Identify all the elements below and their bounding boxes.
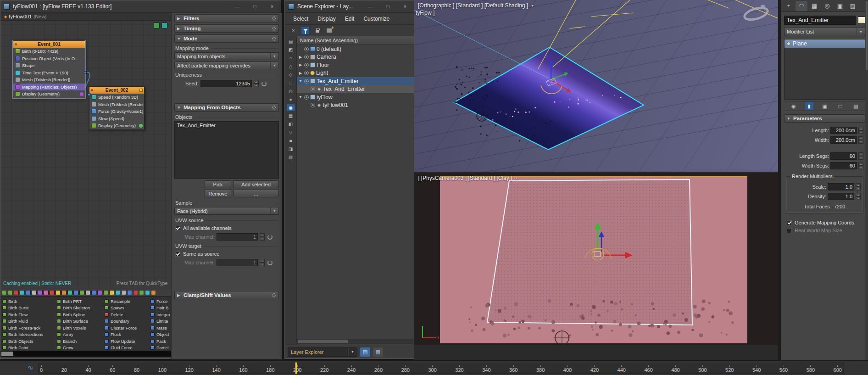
menu-item[interactable]: Customize: [359, 16, 394, 22]
rollout-mapping-from-objects[interactable]: ▼ Mapping From Objects: [174, 103, 279, 112]
spinner[interactable]: [858, 152, 863, 160]
frame-tick[interactable]: 160: [239, 365, 247, 373]
more-button[interactable]: ...: [233, 190, 279, 197]
object-color-swatch[interactable]: [858, 17, 865, 24]
operator-row[interactable]: Position Object (Verts (In O...: [13, 55, 85, 62]
frame-tick[interactable]: 300: [428, 365, 436, 373]
input-port[interactable]: [88, 93, 90, 96]
grid-view-button[interactable]: ▦: [373, 347, 383, 357]
viewport-label-text[interactable]: [Orthographic ] [Standard ] [Default Sha…: [418, 2, 528, 9]
depot-item[interactable]: Force: [150, 298, 171, 305]
frame-tick[interactable]: 40: [85, 365, 91, 373]
stack-bulb-icon[interactable]: [787, 42, 790, 45]
frame-tick[interactable]: 520: [725, 365, 734, 373]
depot-item[interactable]: Fluid Force: [105, 345, 150, 351]
tyflow-toolbar-icon[interactable]: [97, 290, 102, 295]
spinner[interactable]: [858, 162, 863, 169]
objects-listbox[interactable]: Tex_And_Emitter: [174, 121, 279, 179]
operator-row[interactable]: Mapping (Particles: Objects): [13, 84, 85, 91]
scene-row[interactable]: ▼ Tex_And_Emitter: [297, 77, 414, 85]
physcamera-viewport[interactable]: ] [PhysCamera003 ] [Standard ] [Clay ] ▼…: [414, 173, 778, 345]
output-port[interactable]: [84, 71, 87, 74]
frame-tick[interactable]: 120: [185, 365, 194, 373]
close-button[interactable]: ×: [396, 0, 414, 12]
frame-tick[interactable]: 20: [61, 365, 67, 373]
operator-row[interactable]: Speed (Random 3D): [89, 94, 144, 101]
depot-item[interactable]: Delete: [105, 311, 150, 318]
frame-tick[interactable]: 360: [509, 365, 517, 373]
depot-item[interactable]: Birth Voxels: [57, 325, 105, 331]
timeline[interactable]: ∿ 02040608010012014016018020022024026028…: [0, 360, 868, 375]
depot-item[interactable]: Mass: [150, 325, 171, 331]
menu-item[interactable]: Display: [313, 16, 340, 22]
depot-item[interactable]: Birth Burst: [2, 305, 57, 312]
operator-row[interactable]: Force (Gravity+Noise1): [89, 108, 144, 115]
depot-item[interactable]: Limite: [150, 318, 171, 325]
map-channel-input[interactable]: 1: [217, 233, 258, 241]
spinner[interactable]: [858, 127, 863, 134]
maximize-button[interactable]: □: [246, 0, 263, 12]
tyflow-toolbar-icon[interactable]: [85, 290, 90, 295]
command-panel-tab-icon[interactable]: +: [783, 1, 795, 11]
frame-tick[interactable]: 340: [482, 365, 490, 373]
rollout-timing[interactable]: ▶ Timing: [174, 24, 279, 33]
scene-row[interactable]: ▼ tyFlow: [297, 93, 414, 101]
light-gizmo[interactable]: [477, 111, 487, 121]
eye-icon[interactable]: [304, 47, 309, 51]
affect-overrides-dropdown[interactable]: Affect particle mapping overrides ▼: [174, 62, 279, 69]
minimize-button[interactable]: —: [362, 0, 379, 12]
frame-tick[interactable]: 60: [110, 365, 115, 373]
expander-icon[interactable]: ▶: [298, 63, 303, 67]
scrollbar-thumb[interactable]: [866, 1, 868, 70]
frame-tick[interactable]: 200: [293, 365, 301, 373]
current-frame-marker[interactable]: [295, 362, 297, 374]
display-filter-icon[interactable]: ▦: [287, 112, 295, 119]
editor-grid-icon[interactable]: [154, 22, 160, 28]
display-filter-icon[interactable]: ◨: [287, 146, 295, 152]
event-002-node[interactable]: Event_002 Speed (Random 3D) Mesh (TriMes…: [89, 86, 145, 130]
clear-search-icon[interactable]: ×: [289, 26, 298, 35]
parameter-input[interactable]: 200.0cm: [830, 136, 857, 144]
expander-icon[interactable]: ▶: [298, 71, 303, 75]
depot-item[interactable]: Flock: [105, 331, 150, 338]
tyflow-toolbar-icon[interactable]: [20, 290, 25, 295]
frame-tick[interactable]: 220: [320, 365, 328, 373]
menu-item[interactable]: Edit: [340, 16, 359, 22]
tyflow-toolbar-icon[interactable]: [56, 290, 61, 295]
frame-tick[interactable]: 260: [374, 365, 383, 373]
depot-item[interactable]: Birth Flow: [2, 311, 57, 318]
operator-row[interactable]: Time Test (Event > 150): [13, 69, 85, 77]
display-filter-icon[interactable]: ○: [287, 55, 295, 62]
command-panel-scrollbar[interactable]: [865, 0, 868, 360]
tyflow-toolbar-icon[interactable]: [139, 290, 144, 295]
viewport-label-text[interactable]: ] [PhysCamera003 ] [Standard ] [Clay ]: [418, 175, 512, 181]
frame-tick[interactable]: 540: [752, 365, 761, 373]
add-layer-icon[interactable]: +: [325, 26, 334, 35]
operator-row[interactable]: Mesh (TriMesh [Render]): [13, 76, 85, 84]
depot-item[interactable]: Object: [150, 331, 171, 338]
depot-item[interactable]: Pack: [150, 338, 171, 345]
stack-tool-icon[interactable]: ◉: [790, 102, 798, 110]
operator-row[interactable]: Mesh (TriMesh [Render]): [89, 101, 144, 108]
tyflow-toolbar-icon[interactable]: [103, 290, 108, 295]
scene-row[interactable]: tyFlow001: [297, 101, 414, 110]
rollout-filters[interactable]: ▶ Filters: [174, 14, 279, 22]
explorer-titlebar[interactable]: Scene Explorer - Lay... — □ ×: [285, 0, 414, 13]
depot-item[interactable]: Boundary: [105, 318, 150, 325]
stack-tool-icon[interactable]: ▣: [820, 102, 829, 110]
depot-item[interactable]: Birth PRT: [57, 298, 105, 305]
node-editor-canvas[interactable]: Event_001 Birth (0-180: 4429) Position O…: [0, 21, 171, 289]
frame-tick[interactable]: 380: [536, 365, 545, 373]
eye-icon[interactable]: [304, 95, 309, 100]
event-001-node[interactable]: Event_001 Birth (0-180: 4429) Position O…: [13, 40, 85, 98]
clay-render-area[interactable]: [440, 176, 747, 343]
frame-tick[interactable]: 500: [698, 365, 707, 373]
parameter-input[interactable]: 60: [830, 162, 857, 169]
scrollbar-thumb[interactable]: [1, 352, 13, 356]
gear-icon[interactable]: [272, 106, 276, 110]
add-selected-button[interactable]: Add selected: [233, 180, 279, 188]
spinner[interactable]: [856, 193, 861, 200]
viewport-label[interactable]: ] [PhysCamera003 ] [Standard ] [Clay ] ▼: [418, 175, 518, 181]
frame-tick[interactable]: 460: [644, 365, 652, 373]
filter-funnel-icon[interactable]: [301, 26, 310, 35]
